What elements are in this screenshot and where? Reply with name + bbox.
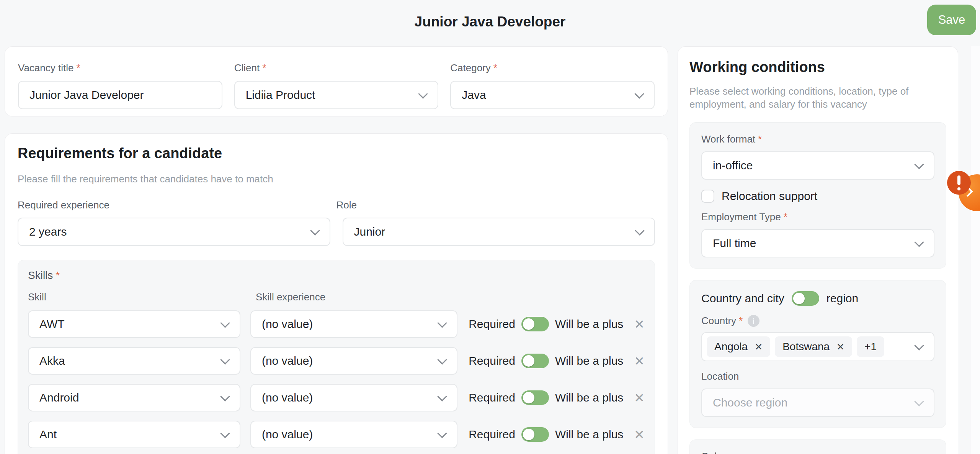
right-panel-rail[interactable] <box>970 46 980 454</box>
required-plus-toggle[interactable] <box>521 317 549 331</box>
remove-country-icon[interactable]: ✕ <box>755 341 763 352</box>
required-asterisk: * <box>262 62 266 74</box>
skill-experience-select[interactable]: (no value) <box>250 347 457 375</box>
salary-label: Salary <box>701 451 732 454</box>
work-format-value: in-office <box>713 159 753 172</box>
skill-experience-select[interactable]: (no value) <box>250 384 457 411</box>
region-placeholder: Choose region <box>713 396 787 409</box>
skill-experience-value: (no value) <box>262 318 313 331</box>
skill-experience-column-label: Skill experience <box>256 291 325 303</box>
client-value: Lidiia Product <box>246 89 315 102</box>
chevron-down-icon <box>635 89 644 98</box>
remove-skill-icon[interactable]: ✕ <box>634 428 645 441</box>
skill-experience-select[interactable]: (no value) <box>250 421 457 448</box>
required-plus-toggle[interactable] <box>521 354 549 368</box>
skill-value: Ant <box>39 428 57 441</box>
requirements-subtitle: Please fill the requirements that candid… <box>18 172 655 185</box>
toggle-knob <box>523 318 534 330</box>
skill-select[interactable]: Ant <box>28 421 240 448</box>
chevron-down-icon <box>915 341 924 350</box>
skills-label: Skills* <box>28 269 60 281</box>
location-mode-toggle[interactable] <box>792 291 819 306</box>
requirements-card: Requirements for a candidate Please fill… <box>5 133 668 454</box>
required-plus-toggle[interactable] <box>521 390 549 405</box>
required-asterisk: * <box>784 211 787 223</box>
employment-type-value: Full time <box>713 237 756 250</box>
working-conditions-card: Working conditions Please select working… <box>678 46 958 454</box>
plus-toggle-label: Will be a plus <box>555 318 623 331</box>
required-asterisk: * <box>76 62 80 74</box>
location-label: Location <box>701 370 934 382</box>
role-value: Junior <box>354 225 385 238</box>
chevron-down-icon <box>438 428 447 438</box>
chevron-down-icon <box>220 355 230 364</box>
alert-exclamation-icon[interactable] <box>947 171 971 195</box>
country-more-chip[interactable]: +1 <box>857 336 884 357</box>
country-chip: Angola ✕ <box>707 336 770 357</box>
country-chip-label: Botswana <box>782 341 830 353</box>
required-toggle-label: Required <box>469 354 515 367</box>
remove-skill-icon[interactable]: ✕ <box>634 392 645 404</box>
location-panel: Country and city region Country* i Angol… <box>689 280 946 428</box>
skill-experience-select[interactable]: (no value) <box>250 310 457 338</box>
relocation-support-label: Relocation support <box>722 190 817 203</box>
skill-select[interactable]: AWT <box>28 310 240 338</box>
client-select[interactable]: Lidiia Product <box>234 81 439 109</box>
working-conditions-subtitle: Please select working conditions, locati… <box>689 85 913 111</box>
skill-row: Android (no value) Required Will be a pl… <box>28 384 645 411</box>
skill-row: AWT (no value) Required Will be a plus ✕ <box>28 310 645 338</box>
category-value: Java <box>462 89 486 102</box>
skill-value: Akka <box>39 354 65 367</box>
vacancy-title-label: Vacancy title* <box>18 62 222 74</box>
chevron-down-icon <box>635 226 644 235</box>
skill-experience-value: (no value) <box>262 354 313 367</box>
skills-panel: Skills* Skill Skill experience AWT (no v… <box>18 260 655 454</box>
vacancy-title-input[interactable]: Junior Java Developer <box>18 81 222 109</box>
country-multiselect[interactable]: Angola ✕ Botswana ✕ +1 <box>701 332 934 361</box>
chevron-down-icon <box>220 392 230 401</box>
work-format-select[interactable]: in-office <box>701 151 934 180</box>
chevron-down-icon <box>220 318 230 327</box>
country-chip: Botswana ✕ <box>775 336 852 357</box>
required-experience-label: Required experience <box>18 199 336 211</box>
region-select[interactable]: Choose region <box>701 388 934 417</box>
relocation-support-checkbox[interactable] <box>701 190 714 203</box>
vacancy-card: Vacancy title* Junior Java Developer Cli… <box>5 46 668 116</box>
plus-toggle-label: Will be a plus <box>555 391 623 404</box>
remove-skill-icon[interactable]: ✕ <box>634 355 645 367</box>
toggle-knob <box>523 355 534 367</box>
skill-select[interactable]: Android <box>28 384 240 411</box>
toggle-knob <box>523 392 534 403</box>
country-city-mode-label: Country and city <box>701 292 784 305</box>
skill-row: Akka (no value) Required Will be a plus … <box>28 347 645 375</box>
save-button[interactable]: Save <box>927 5 976 35</box>
remove-skill-icon[interactable]: ✕ <box>634 318 645 331</box>
skill-experience-value: (no value) <box>262 428 313 441</box>
chevron-down-icon <box>418 89 428 98</box>
skill-experience-value: (no value) <box>262 391 313 404</box>
work-format-panel: Work format* in-office Relocation suppor… <box>689 122 946 269</box>
remove-country-icon[interactable]: ✕ <box>836 341 844 352</box>
region-mode-label: region <box>826 292 858 305</box>
country-more-label: +1 <box>864 341 877 353</box>
working-conditions-title: Working conditions <box>689 59 946 75</box>
chevron-down-icon <box>220 428 230 438</box>
required-asterisk: * <box>739 315 743 326</box>
skill-select[interactable]: Akka <box>28 347 240 375</box>
country-label: Country* <box>701 315 743 327</box>
required-plus-toggle[interactable] <box>521 427 549 442</box>
employment-type-select[interactable]: Full time <box>701 229 934 257</box>
required-asterisk: * <box>56 269 60 281</box>
required-toggle-label: Required <box>469 428 515 441</box>
role-select[interactable]: Junior <box>343 218 655 246</box>
salary-panel: Salary <box>689 439 946 454</box>
category-label: Category* <box>450 62 655 74</box>
required-asterisk: * <box>493 62 497 74</box>
skill-row: Ant (no value) Required Will be a plus ✕ <box>28 421 645 448</box>
category-select[interactable]: Java <box>450 81 655 109</box>
role-label: Role <box>336 199 655 211</box>
chevron-down-icon <box>438 318 447 327</box>
required-experience-select[interactable]: 2 years <box>18 218 330 246</box>
info-icon[interactable]: i <box>748 315 760 327</box>
required-toggle-label: Required <box>469 318 515 331</box>
